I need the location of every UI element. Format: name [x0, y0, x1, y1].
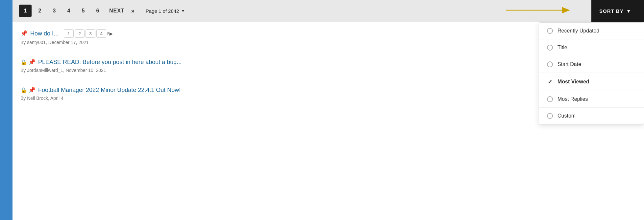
radio-recently-updated: [547, 28, 553, 34]
post-page-link-1-1[interactable]: 1: [64, 29, 74, 38]
sort-option-title-label: Title: [557, 45, 567, 51]
lock-icon-3: 🔒: [20, 87, 27, 93]
post-icons-2: 🔒 📌: [20, 58, 36, 66]
page-4-button[interactable]: 4: [62, 5, 75, 17]
radio-most-replies: [547, 96, 553, 102]
pin-icon-2: 📌: [28, 58, 36, 66]
radio-start-date: [547, 61, 553, 67]
page-5-button[interactable]: 5: [77, 5, 89, 17]
page-dropdown-arrow-icon: ▼: [181, 9, 185, 13]
page-2-button[interactable]: 2: [34, 5, 46, 17]
left-border: [0, 0, 12, 220]
sort-option-custom[interactable]: Custom: [539, 108, 644, 124]
post-title-link-2[interactable]: PLEASE READ: Before you post in here abo…: [38, 59, 182, 66]
sort-by-dropdown-icon: ▼: [626, 8, 632, 14]
sort-option-recently-updated[interactable]: Recently Updated: [539, 23, 644, 39]
sort-option-title[interactable]: Title: [539, 39, 644, 56]
pin-icon-3: 📌: [28, 86, 36, 94]
post-page-links-1: 1 2 3 4 5▶: [64, 29, 113, 38]
sort-option-recently-updated-label: Recently Updated: [557, 28, 599, 34]
sort-by-label: SORT BY: [599, 8, 624, 14]
sort-option-most-viewed[interactable]: ✓ Most Viewed: [539, 73, 644, 91]
post-page-link-1-3[interactable]: 3: [86, 29, 95, 38]
page-of-indicator[interactable]: Page 1 of 2842 ▼: [146, 8, 185, 14]
post-title-link-1[interactable]: How do I...: [30, 30, 59, 37]
page-6-button[interactable]: 6: [91, 5, 104, 17]
pagination-bar: 1 2 3 4 5 6 NEXT » Page 1 of 2842 ▼ SORT…: [12, 0, 644, 22]
post-icons-1: 📌: [20, 30, 28, 37]
svg-marker-1: [562, 7, 570, 13]
sort-by-button[interactable]: SORT BY ▼: [591, 0, 644, 22]
checkmark-icon: ✓: [547, 78, 553, 85]
post-title-link-3[interactable]: Football Manager 2022 Minor Update 22.4.…: [38, 87, 181, 94]
sort-option-most-replies-label: Most Replies: [557, 96, 588, 102]
post-icons-3: 🔒 📌: [20, 86, 36, 94]
sort-option-most-viewed-label: Most Viewed: [557, 79, 589, 85]
post-page-link-1-4[interactable]: 4: [96, 29, 106, 38]
page-1-button[interactable]: 1: [19, 5, 32, 17]
post-page-link-1-2[interactable]: 2: [75, 29, 85, 38]
next-button[interactable]: NEXT: [106, 5, 128, 17]
main-container: 1 2 3 4 5 6 NEXT » Page 1 of 2842 ▼ SORT…: [12, 0, 644, 220]
sort-option-start-date-label: Start Date: [557, 61, 581, 67]
sort-option-custom-label: Custom: [557, 113, 576, 119]
lock-icon-2: 🔒: [20, 59, 27, 65]
page-of-text: Page 1 of 2842: [146, 8, 179, 14]
sort-dropdown: Recently Updated Title Start Date ✓ Most…: [539, 22, 644, 124]
sort-option-most-replies[interactable]: Most Replies: [539, 91, 644, 108]
radio-custom: [547, 113, 553, 119]
sort-option-start-date[interactable]: Start Date: [539, 56, 644, 73]
pin-icon: 📌: [20, 30, 28, 37]
post-page-more-icon-1[interactable]: 5▶: [107, 31, 113, 36]
radio-title: [547, 45, 553, 51]
chevron-double-right-icon[interactable]: »: [130, 8, 136, 14]
page-numbers: 1 2 3 4 5 6 NEXT »: [19, 5, 136, 17]
page-3-button[interactable]: 3: [48, 5, 61, 17]
arrow-decoration: [506, 4, 572, 18]
